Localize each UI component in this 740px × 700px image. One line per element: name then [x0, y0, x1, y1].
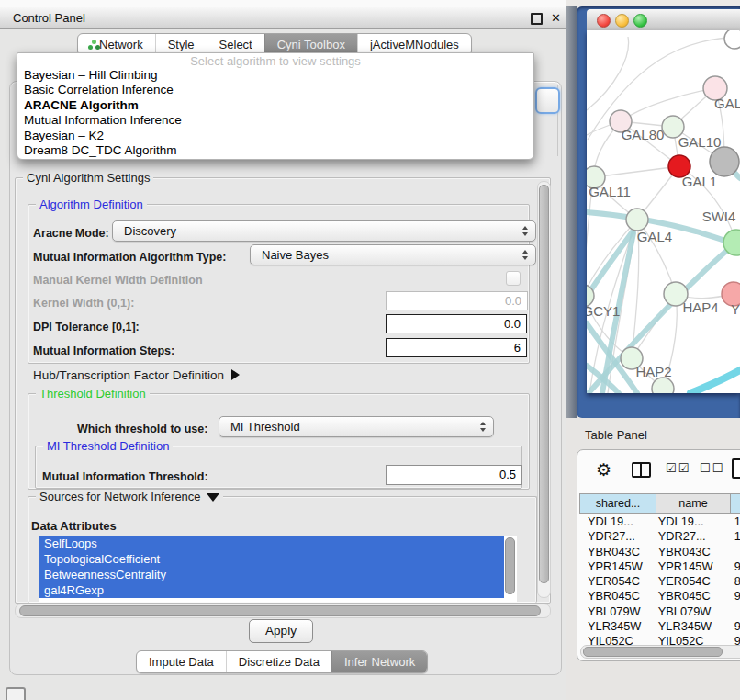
table-row[interactable]: YBL079W YBL079W — [579, 604, 740, 619]
network-node[interactable]: GAL80 — [610, 110, 664, 142]
stepper-arrows-icon — [522, 226, 528, 236]
mi-steps-field[interactable]: 6 — [386, 338, 527, 357]
network-node[interactable] — [652, 378, 674, 393]
stepper-arrows-icon — [522, 250, 528, 260]
page-icon[interactable] — [732, 458, 740, 479]
dpi-tolerance-field[interactable]: 0.0 — [386, 314, 527, 333]
settings-horizontal-thumb[interactable] — [19, 605, 541, 616]
attribute-list-item[interactable]: BetweennessCentrality — [39, 567, 509, 582]
unchecked-boxes-icon[interactable]: ☐☐ — [700, 461, 724, 475]
settings-vertical-scrollbar[interactable] — [537, 181, 551, 598]
mi-type-label: Mutual Information Algorithm Type: — [33, 251, 226, 264]
network-window-titlebar[interactable] — [587, 9, 740, 31]
algorithm-combobox-fragment[interactable] — [535, 87, 560, 114]
cell-value: 8. — [723, 574, 740, 589]
mi-threshold-field[interactable]: 0.5 — [386, 465, 522, 485]
network-node[interactable]: Y — [722, 282, 740, 317]
node-label: GCY1 — [587, 303, 620, 319]
expand-right-icon — [231, 369, 240, 380]
which-threshold-combobox[interactable]: MI Threshold — [219, 416, 494, 437]
table-horizontal-scrollbar[interactable] — [580, 645, 740, 659]
sources-group-title[interactable]: Sources for Network Inference — [36, 490, 223, 503]
cell-value — [723, 545, 740, 559]
network-node[interactable] — [710, 147, 739, 176]
aracne-mode-combobox[interactable]: Discovery — [112, 220, 536, 242]
bottom-tab[interactable]: Infer Network — [331, 651, 427, 672]
column-header[interactable]: A — [731, 493, 740, 514]
settings-vertical-thumb[interactable] — [539, 185, 549, 583]
table-header-row: shared...nameA — [579, 493, 740, 514]
attribute-list-item[interactable]: SelfLoops — [39, 536, 509, 551]
algorithm-list-item[interactable]: ARACNE Algorithm — [17, 98, 533, 113]
algorithm-dropdown-popup: Select algorithm to view settings Bayesi… — [17, 52, 534, 160]
column-header[interactable]: shared... — [579, 493, 656, 514]
manual-kernel-checkbox[interactable] — [506, 271, 521, 286]
which-threshold-label: Which threshold to use: — [77, 423, 207, 435]
table-row[interactable]: YER054C YER054C 8. — [579, 574, 740, 589]
checked-boxes-icon[interactable]: ☑☑ — [666, 461, 690, 475]
table-row[interactable]: YIL052C YIL052C 9. — [579, 634, 740, 645]
network-node[interactable]: GAL — [703, 76, 740, 111]
attribute-list-item[interactable]: gal4RGexp — [39, 582, 509, 598]
algorithm-list-item[interactable]: Dream8 DC_TDC Algorithm — [17, 143, 533, 158]
node-label: GAL1 — [682, 174, 717, 189]
algorithm-list-item[interactable]: Bayesian – Hill Climbing — [17, 68, 533, 83]
window-gap — [566, 6, 577, 418]
dropdown-placeholder: Select algorithm to view settings — [17, 54, 533, 68]
network-node[interactable]: GAL11 — [587, 166, 631, 199]
minimize-traffic-light-icon[interactable] — [615, 14, 629, 28]
cell-shared-name: YBR045C — [579, 589, 655, 604]
cell-value: 9. — [723, 619, 740, 634]
network-node[interactable]: GCY1 — [587, 285, 620, 319]
apply-button[interactable]: Apply — [249, 619, 313, 643]
cell-name: YDR27... — [655, 529, 723, 544]
table-row[interactable]: YLR345W YLR345W 9. — [579, 619, 740, 634]
algorithm-list-item[interactable]: Basic Correlation Inference — [17, 83, 533, 97]
mi-type-value: Naive Bayes — [262, 248, 329, 262]
bottom-tab-label: Infer Network — [344, 652, 415, 672]
bottom-tab[interactable]: Impute Data — [137, 651, 226, 672]
network-node[interactable]: SWI4 — [702, 209, 740, 255]
zoom-traffic-light-icon[interactable] — [633, 14, 647, 28]
bottom-tabbar: Impute Data Discretize Data Infer Networ… — [136, 650, 428, 673]
network-node[interactable]: GAL10 — [662, 116, 721, 150]
kernel-width-label: Kernel Width (0,1): — [33, 297, 134, 310]
cell-name: YER054C — [655, 574, 723, 589]
table-toolbar: ⚙ ☑☑ ☐☐ — [577, 450, 740, 493]
kernel-width-field[interactable]: 0.0 — [386, 291, 528, 310]
table-rows: YDL19... YDL19... 13 YDR27... YDR27... 1… — [579, 514, 740, 645]
network-canvas[interactable]: GAL GAL80 GAL10 GAL1 GAL11 GAL4 — [587, 30, 740, 393]
table-row[interactable]: YBR043C YBR043C — [579, 545, 740, 559]
mi-type-combobox[interactable]: Naive Bayes — [250, 244, 536, 265]
list-scrollbar[interactable] — [504, 536, 517, 602]
close-icon[interactable]: ✕ — [551, 10, 561, 26]
network-node[interactable]: HAP2 — [621, 347, 672, 379]
close-traffic-light-icon[interactable] — [597, 14, 611, 28]
hub-definition-toggle[interactable]: Hub/Transcription Factor Definition — [33, 367, 240, 383]
stepper-arrows-icon — [480, 422, 486, 432]
float-window-icon[interactable] — [531, 13, 543, 25]
gear-icon[interactable]: ⚙ — [596, 458, 611, 482]
column-header[interactable]: name — [656, 493, 731, 514]
algorithm-list-item[interactable]: Bayesian – K2 — [17, 129, 533, 143]
split-columns-icon[interactable] — [632, 462, 651, 478]
data-attributes-list[interactable]: SelfLoopsTopologicalCoefficientBetweenne… — [39, 536, 517, 602]
tab-label: Cyni Toolbox — [277, 35, 345, 54]
table-row[interactable]: YPR145W YPR145W 9. — [579, 559, 740, 574]
table-row[interactable]: YBR045C YBR045C 9. — [579, 589, 740, 604]
algorithm-list: Bayesian – Hill ClimbingBasic Correlatio… — [17, 68, 533, 158]
collapsed-panel-button[interactable] — [6, 687, 26, 700]
settings-horizontal-scrollbar[interactable] — [15, 604, 551, 618]
network-node[interactable] — [724, 30, 740, 49]
table-horizontal-thumb[interactable] — [583, 647, 723, 657]
mi-threshold-definition-title: MI Threshold Definition — [43, 439, 173, 453]
bottom-tab[interactable]: Discretize Data — [226, 651, 331, 672]
attribute-list-item[interactable]: TopologicalCoefficient — [39, 551, 509, 567]
dpi-tolerance-label: DPI Tolerance [0,1]: — [33, 321, 140, 333]
algorithm-list-item[interactable]: Mutual Information Inference — [17, 113, 533, 128]
threshold-definition-title: Threshold Definition — [36, 387, 150, 401]
table-row[interactable]: YDR27... YDR27... 12 — [579, 529, 740, 544]
table-row[interactable]: YDL19... YDL19... 13 — [579, 514, 740, 529]
list-scrollbar-thumb[interactable] — [505, 537, 515, 594]
mi-steps-label: Mutual Information Steps: — [33, 344, 174, 357]
